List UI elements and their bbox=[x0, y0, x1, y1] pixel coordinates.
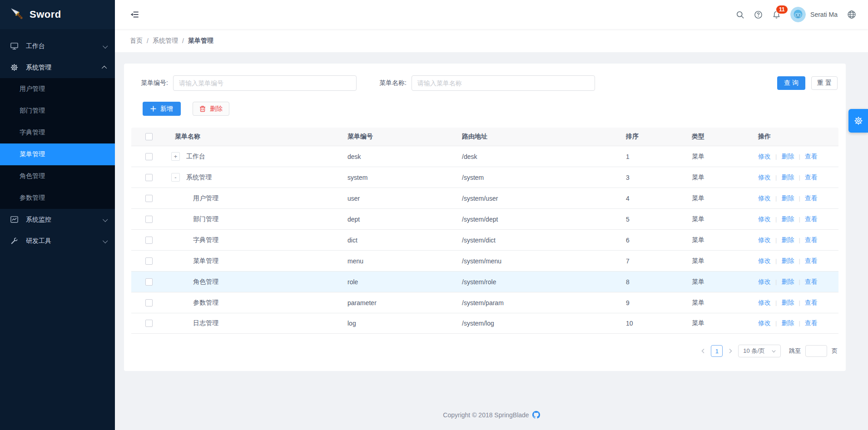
edit-link[interactable]: 修改 bbox=[758, 236, 771, 243]
delete-link[interactable]: 删除 bbox=[781, 173, 794, 181]
edit-link[interactable]: 修改 bbox=[758, 173, 771, 181]
edit-link[interactable]: 修改 bbox=[758, 319, 771, 326]
sidebar-item-role-mgmt[interactable]: 角色管理 bbox=[0, 165, 115, 187]
type-cell: 菜单 bbox=[684, 236, 750, 244]
sidebar-item-label: 工作台 bbox=[26, 42, 45, 50]
submenu-item-label: 菜单管理 bbox=[20, 150, 45, 158]
select-all-checkbox[interactable] bbox=[145, 133, 153, 140]
user-name[interactable]: Serati Ma bbox=[810, 11, 838, 18]
view-link[interactable]: 查看 bbox=[805, 278, 818, 285]
delete-button[interactable]: 删除 bbox=[193, 102, 229, 116]
view-link[interactable]: 查看 bbox=[805, 257, 818, 264]
view-link[interactable]: 查看 bbox=[805, 173, 818, 181]
search-button[interactable]: 查 询 bbox=[777, 76, 805, 90]
row-checkbox[interactable] bbox=[145, 257, 153, 265]
sidebar-item-system-mgmt[interactable]: 系统管理 bbox=[0, 57, 115, 78]
avatar[interactable] bbox=[790, 7, 806, 22]
view-link[interactable]: 查看 bbox=[805, 299, 818, 306]
table-row: 部门管理dept/system/dept5菜单修改|删除|查看 bbox=[131, 208, 838, 229]
row-checkbox[interactable] bbox=[145, 320, 153, 327]
breadcrumb-system-mgmt[interactable]: 系统管理 bbox=[153, 37, 178, 45]
view-link[interactable]: 查看 bbox=[805, 194, 818, 202]
collapse-row-button[interactable]: - bbox=[171, 173, 180, 182]
view-link[interactable]: 查看 bbox=[805, 319, 818, 326]
sort-cell: 6 bbox=[618, 237, 684, 244]
breadcrumb: 首页 / 系统管理 / 菜单管理 bbox=[115, 29, 868, 52]
row-checkbox[interactable] bbox=[145, 216, 153, 223]
wrench-icon bbox=[10, 237, 19, 245]
edit-link[interactable]: 修改 bbox=[758, 278, 771, 285]
edit-link[interactable]: 修改 bbox=[758, 153, 771, 160]
app-name: Sword bbox=[30, 9, 61, 20]
edit-link[interactable]: 修改 bbox=[758, 215, 771, 222]
actions-cell: 修改|删除|查看 bbox=[750, 173, 838, 182]
edit-link[interactable]: 修改 bbox=[758, 257, 771, 264]
reset-button[interactable]: 重 置 bbox=[811, 76, 838, 90]
row-checkbox[interactable] bbox=[145, 278, 153, 286]
row-checkbox[interactable] bbox=[145, 299, 153, 306]
route-cell: /system/dept bbox=[454, 216, 618, 223]
expand-row-button[interactable]: + bbox=[171, 152, 180, 161]
search-icon[interactable] bbox=[736, 10, 744, 19]
delete-link[interactable]: 删除 bbox=[781, 299, 794, 306]
menu-name-cell: 日志管理 bbox=[167, 319, 339, 327]
help-icon[interactable] bbox=[754, 10, 763, 19]
row-checkbox[interactable] bbox=[145, 174, 153, 181]
route-cell: /system/param bbox=[454, 299, 618, 306]
view-link[interactable]: 查看 bbox=[805, 153, 818, 160]
main-area: 11 Serati Ma bbox=[115, 0, 868, 430]
github-icon[interactable] bbox=[532, 411, 540, 419]
sidebar-item-system-monitor[interactable]: 系统监控 bbox=[0, 209, 115, 230]
row-checkbox-cell bbox=[131, 195, 167, 202]
prev-page-button[interactable] bbox=[700, 348, 706, 354]
sort-cell: 7 bbox=[618, 257, 684, 265]
column-header-code: 菜单编号 bbox=[339, 133, 454, 141]
edit-link[interactable]: 修改 bbox=[758, 299, 771, 306]
next-page-button[interactable] bbox=[727, 348, 734, 354]
sidebar-item-workbench[interactable]: 工作台 bbox=[0, 35, 115, 57]
menu-code-cell: menu bbox=[339, 257, 454, 265]
table-row: -系统管理system/system3菜单修改|删除|查看 bbox=[131, 167, 838, 188]
action-separator: | bbox=[799, 174, 800, 181]
page-size-select[interactable]: 10 条/页 bbox=[738, 345, 781, 357]
action-separator: | bbox=[775, 299, 777, 306]
theme-settings-button[interactable] bbox=[848, 109, 868, 133]
delete-link[interactable]: 删除 bbox=[781, 236, 794, 243]
menu-fold-button[interactable] bbox=[130, 10, 140, 20]
actions-cell: 修改|删除|查看 bbox=[750, 257, 838, 265]
sidebar-item-dev-tools[interactable]: 研发工具 bbox=[0, 230, 115, 252]
delete-link[interactable]: 删除 bbox=[781, 257, 794, 264]
delete-link[interactable]: 删除 bbox=[781, 215, 794, 222]
sidebar-item-menu-mgmt[interactable]: 菜单管理 bbox=[0, 143, 115, 165]
delete-link[interactable]: 删除 bbox=[781, 319, 794, 326]
row-checkbox-cell bbox=[131, 278, 167, 286]
delete-link[interactable]: 删除 bbox=[781, 278, 794, 285]
topbar-actions: 11 Serati Ma bbox=[736, 7, 856, 22]
row-checkbox[interactable] bbox=[145, 195, 153, 202]
view-link[interactable]: 查看 bbox=[805, 215, 818, 222]
type-cell: 菜单 bbox=[684, 194, 750, 203]
sidebar-item-dict-mgmt[interactable]: 字典管理 bbox=[0, 122, 115, 143]
sidebar-item-param-mgmt[interactable]: 参数管理 bbox=[0, 187, 115, 209]
column-header-name: 菜单名称 bbox=[167, 133, 339, 141]
jump-page-input[interactable] bbox=[805, 345, 827, 357]
add-button[interactable]: 新增 bbox=[143, 102, 181, 116]
notifications-button[interactable]: 11 bbox=[772, 10, 781, 19]
row-checkbox[interactable] bbox=[145, 153, 153, 160]
delete-link[interactable]: 删除 bbox=[781, 194, 794, 202]
row-checkbox[interactable] bbox=[145, 237, 153, 244]
delete-link[interactable]: 删除 bbox=[781, 153, 794, 160]
table-row: 菜单管理menu/system/menu7菜单修改|删除|查看 bbox=[131, 250, 838, 271]
view-link[interactable]: 查看 bbox=[805, 236, 818, 243]
page-number-button[interactable]: 1 bbox=[711, 345, 723, 357]
sidebar-item-user-mgmt[interactable]: 用户管理 bbox=[0, 78, 115, 100]
sidebar-item-dept-mgmt[interactable]: 部门管理 bbox=[0, 100, 115, 122]
notification-badge: 11 bbox=[776, 5, 788, 14]
menu-name-input[interactable] bbox=[412, 75, 595, 91]
breadcrumb-home[interactable]: 首页 bbox=[130, 37, 143, 45]
edit-link[interactable]: 修改 bbox=[758, 194, 771, 202]
menu-name-cell: 用户管理 bbox=[167, 194, 339, 203]
page-unit-label: 页 bbox=[832, 347, 838, 355]
menu-code-input[interactable] bbox=[173, 75, 357, 91]
globe-icon[interactable] bbox=[847, 10, 856, 19]
